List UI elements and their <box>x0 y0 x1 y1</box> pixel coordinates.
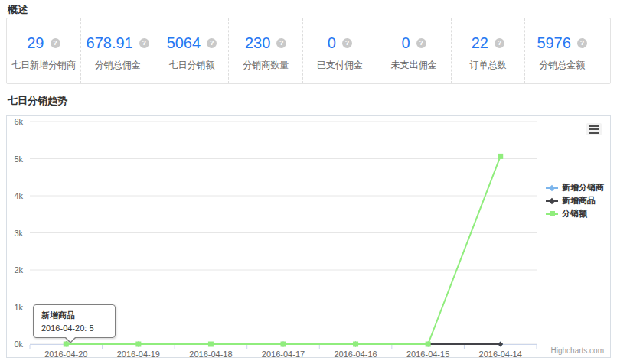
y-axis-label: 6k <box>14 117 23 126</box>
y-axis-label: 3k <box>14 229 23 238</box>
stat-value: 678.91 <box>87 34 133 52</box>
legend-item[interactable]: 新增商品 <box>546 195 604 206</box>
x-axis-label: 2016-04-19 <box>117 349 160 357</box>
data-point[interactable] <box>426 342 431 347</box>
hamburger-icon <box>589 125 599 127</box>
stat-value: 22 <box>472 34 488 52</box>
data-point[interactable] <box>208 342 214 347</box>
y-axis-label: 1k <box>14 303 23 312</box>
data-point[interactable] <box>353 342 358 347</box>
help-icon[interactable]: ? <box>51 38 60 48</box>
help-icon[interactable]: ? <box>495 38 504 48</box>
stat-card: 29? 七日新增分销商 <box>7 18 81 83</box>
overview-heading: 概述 <box>8 3 28 17</box>
stat-card: 0? 已支付佣金 <box>303 18 377 83</box>
legend-label: 新增商品 <box>562 195 596 206</box>
export-menu-button[interactable] <box>586 123 602 135</box>
stat-label: 分销商数量 <box>229 59 302 72</box>
chart-tooltip: 新增商品 2016-04-20: 5 <box>33 304 116 338</box>
stat-label: 七日分销额 <box>155 59 229 72</box>
series-line <box>66 156 500 344</box>
stat-card: 230? 分销商数量 <box>229 18 303 83</box>
stat-card: 678.91? 分销总佣金 <box>81 18 155 83</box>
stat-label: 分销总佣金 <box>81 59 155 72</box>
x-axis-label: 2016-04-18 <box>189 349 232 357</box>
tooltip-value: 2016-04-20: 5 <box>41 323 107 333</box>
stat-value: 230 <box>245 34 270 52</box>
stat-value: 0 <box>328 34 336 52</box>
legend-diamond-icon <box>546 184 558 192</box>
stat-value: 0 <box>402 34 410 52</box>
y-axis-label: 4k <box>14 191 23 200</box>
data-point[interactable] <box>498 342 503 347</box>
stat-label: 分销总金额 <box>525 59 599 72</box>
legend-square-icon <box>546 210 558 218</box>
stat-card: 5976? 分销总金额 <box>525 18 599 83</box>
stat-label: 未支出佣金 <box>377 59 451 72</box>
stat-value: 5064 <box>167 34 201 52</box>
help-icon[interactable]: ? <box>207 38 217 48</box>
data-point[interactable] <box>135 342 141 347</box>
stat-label: 已支付佣金 <box>303 59 377 72</box>
data-point[interactable] <box>281 342 286 347</box>
stat-card: 5064? 七日分销额 <box>155 18 230 83</box>
help-icon[interactable]: ? <box>342 38 352 48</box>
help-icon[interactable]: ? <box>577 38 587 48</box>
tooltip-series-name: 新增商品 <box>41 310 107 321</box>
x-axis-label: 2016-04-17 <box>262 349 305 357</box>
x-axis-label: 2016-04-16 <box>334 349 377 357</box>
trend-chart-panel: 6k5k4k3k2k1k0k2016-04-202016-04-192016-0… <box>6 115 611 358</box>
trend-chart-heading: 七日分销趋势 <box>8 94 67 108</box>
legend-item[interactable]: 新增分销商 <box>546 182 604 193</box>
data-point[interactable] <box>498 154 503 159</box>
stat-label: 订单总数 <box>452 59 525 72</box>
legend-item[interactable]: 分销额 <box>546 208 604 219</box>
y-axis-label: 0k <box>14 340 23 349</box>
help-icon[interactable]: ? <box>416 38 426 48</box>
x-axis-label: 2016-04-14 <box>479 349 522 357</box>
highcharts-credit[interactable]: Highcharts.com <box>551 346 604 355</box>
help-icon[interactable]: ? <box>139 38 149 48</box>
legend-label: 新增分销商 <box>562 182 604 193</box>
help-icon[interactable]: ? <box>276 38 286 48</box>
stat-card: 22? 订单总数 <box>452 18 526 83</box>
y-axis-label: 2k <box>14 265 23 275</box>
stat-card: 0? 未支出佣金 <box>377 18 452 83</box>
legend-diamond-icon <box>546 197 558 205</box>
stat-value: 5976 <box>537 34 571 52</box>
stat-value: 29 <box>27 34 44 52</box>
x-axis-label: 2016-04-15 <box>406 349 449 357</box>
stats-panel: 29? 七日新增分销商 678.91? 分销总佣金 5064? 七日分销额 23… <box>6 18 611 84</box>
chart-legend: 新增分销商新增商品分销额 <box>546 182 604 219</box>
stat-label: 七日新增分销商 <box>7 59 80 72</box>
y-axis-label: 5k <box>14 154 23 164</box>
x-axis-label: 2016-04-20 <box>44 349 87 357</box>
legend-label: 分销额 <box>562 208 587 219</box>
